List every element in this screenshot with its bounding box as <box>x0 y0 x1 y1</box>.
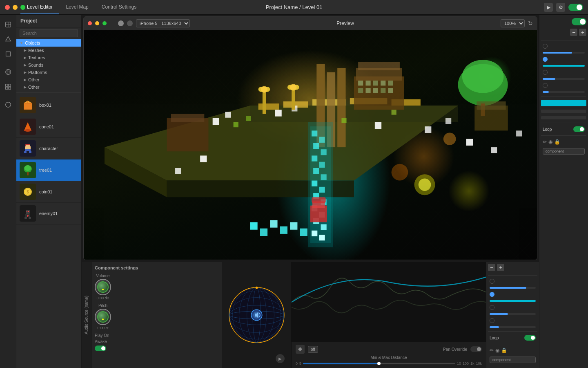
toolbar-grid-icon[interactable] <box>2 80 15 93</box>
search-input[interactable] <box>20 29 78 37</box>
right-fill-1 <box>543 52 572 54</box>
device-select[interactable]: iPhone 5 - 1136x640iPhone 6iPadDesktop <box>136 19 190 27</box>
pan-override-toggle[interactable] <box>470 346 482 352</box>
minus-button[interactable]: − <box>488 264 495 271</box>
minimize-button[interactable] <box>13 5 18 10</box>
toolbar-objects-icon[interactable] <box>2 18 15 31</box>
tree-sounds-label: Sounds <box>28 63 43 67</box>
preview-content[interactable] <box>84 30 537 260</box>
tree-meshes[interactable]: ▶ Meshes <box>16 47 81 54</box>
svg-rect-22 <box>25 146 31 149</box>
asset-name-box01: box01 <box>39 103 51 108</box>
svg-rect-11 <box>8 87 10 89</box>
close-button[interactable] <box>5 5 10 10</box>
asset-enemy01[interactable]: enemy01 <box>16 203 81 224</box>
volume-knob[interactable] <box>95 279 111 295</box>
pitch-knob[interactable] <box>95 309 111 325</box>
zoom-select[interactable]: 50%75%100%150% <box>501 19 525 27</box>
tree-other-2[interactable]: ▶ Other <box>16 83 81 91</box>
inspector-radio-3[interactable] <box>490 305 494 310</box>
tree-other-1[interactable]: ▶ Other <box>16 76 81 83</box>
right-component-button[interactable]: component <box>543 148 585 155</box>
toolbar-scene-icon[interactable] <box>2 65 15 79</box>
right-minus-button[interactable]: − <box>570 29 577 36</box>
svg-rect-35 <box>27 211 27 212</box>
right-eye-icon[interactable]: ◉ <box>548 139 552 145</box>
asset-cone01[interactable]: cone01 <box>16 116 81 138</box>
globe-play-btn[interactable]: ▶ <box>276 354 285 363</box>
device-screen-btn[interactable] <box>118 20 124 26</box>
tab-level-editor[interactable]: Level Editor <box>20 0 59 14</box>
right-radio-1[interactable] <box>543 44 548 49</box>
titlebar: Level Editor Level Map Control Settings … <box>0 0 588 15</box>
asset-character[interactable]: character <box>16 138 81 159</box>
svg-rect-70 <box>313 168 319 174</box>
right-loop-thumb <box>580 127 584 131</box>
svg-rect-119 <box>171 114 204 122</box>
right-panel: − + <box>539 15 588 368</box>
tree-platforms[interactable]: ▶ Platforms <box>16 69 81 76</box>
right-panel-toggle[interactable] <box>572 18 586 25</box>
pencil-icon[interactable]: ✏ <box>490 348 494 353</box>
titlebar-right-controls: ▶ ⚙ <box>544 3 583 12</box>
svg-rect-64 <box>312 130 317 136</box>
inspector-radio-2[interactable] <box>490 292 494 297</box>
right-radio-3[interactable] <box>543 70 548 75</box>
preview-close-button[interactable] <box>88 21 92 25</box>
plus-button[interactable]: + <box>497 264 504 271</box>
awake-toggle[interactable] <box>95 346 106 351</box>
tree-sounds[interactable]: ▶ Sounds <box>16 61 81 69</box>
right-lock-icon[interactable]: 🔒 <box>554 139 560 145</box>
pitch-row: Pitch 0.00 st <box>95 303 218 330</box>
eye-icon[interactable]: ◉ <box>495 348 499 353</box>
svg-rect-41 <box>258 103 279 110</box>
waveform-controls: off Pan Override Min & Max Distance 0 5 <box>292 342 486 368</box>
svg-rect-36 <box>28 211 29 212</box>
inspector-slider-2 <box>490 300 536 302</box>
tree-textures-label: Textures <box>28 55 45 60</box>
right-loop-toggle[interactable] <box>573 126 585 132</box>
component-settings-panel: Component settings Volume 0.00 dB <box>91 262 222 368</box>
asset-box01[interactable]: box01 <box>16 94 81 116</box>
tab-level-map[interactable]: Level Map <box>59 0 95 14</box>
refresh-icon[interactable]: ↻ <box>528 20 533 27</box>
tab-control-settings[interactable]: Control Settings <box>95 0 143 14</box>
dist-slider[interactable] <box>303 363 455 364</box>
preview-maximize-button[interactable] <box>102 21 107 25</box>
play-on-label: Play On <box>95 333 109 338</box>
lock-icon[interactable]: 🔒 <box>501 348 507 353</box>
pitch-value: 0.00 st <box>97 326 108 330</box>
inspector-radio-1[interactable] <box>490 279 494 284</box>
asset-coin01[interactable]: $ coin01 <box>16 181 81 203</box>
off-button[interactable]: off <box>308 346 318 353</box>
asset-icon-tree01 <box>20 162 36 178</box>
right-radio-row-2 <box>541 56 586 63</box>
loop-toggle[interactable] <box>524 335 536 341</box>
pitch-knob-inner <box>97 311 109 323</box>
toolbar-sphere-icon[interactable] <box>2 98 15 111</box>
right-plus-button[interactable]: + <box>579 29 586 36</box>
svg-rect-117 <box>477 101 506 110</box>
globe-panel: ▶ <box>222 262 292 368</box>
tree-objects[interactable]: ▼ Objects <box>16 39 81 47</box>
inspector-radio-4[interactable] <box>490 318 494 323</box>
preview-minimize-button[interactable] <box>95 21 99 25</box>
play-button[interactable]: ▶ <box>544 3 553 12</box>
svg-rect-60 <box>381 88 385 93</box>
main-toggle[interactable] <box>568 4 583 11</box>
asset-tree01[interactable]: tree01 <box>16 159 81 181</box>
right-radio-2[interactable] <box>543 57 548 62</box>
device-screen-btn2[interactable] <box>127 20 133 26</box>
loop-row: Loop <box>488 334 537 341</box>
svg-rect-9 <box>8 84 10 86</box>
svg-point-107 <box>419 178 431 191</box>
toolbar-mesh-icon[interactable] <box>2 33 15 46</box>
chevron-right-icon-textures: ▶ <box>24 56 27 60</box>
settings-button[interactable]: ⚙ <box>556 3 565 12</box>
right-pencil-icon[interactable]: ✏ <box>543 139 547 145</box>
pan-button[interactable] <box>296 345 305 354</box>
right-radio-4[interactable] <box>543 83 548 88</box>
toolbar-texture-icon[interactable] <box>2 47 15 61</box>
component-button[interactable]: component <box>490 357 536 363</box>
tree-textures[interactable]: ▶ Textures <box>16 54 81 61</box>
